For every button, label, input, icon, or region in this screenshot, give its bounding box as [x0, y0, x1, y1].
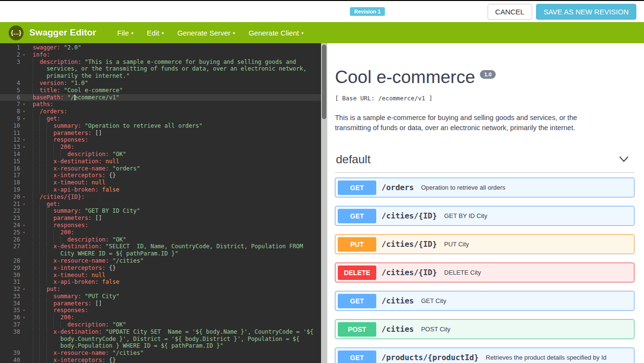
indent-guide	[39, 122, 40, 130]
editor-line[interactable]: 21▾get:	[0, 201, 327, 208]
editor-line[interactable]: 32▾put:	[0, 286, 327, 293]
fold-arrow-icon[interactable]: ▾	[20, 136, 28, 144]
indent-guide	[33, 350, 33, 357]
line-number: 1	[0, 44, 20, 51]
fold-arrow-icon[interactable]: ▾	[20, 194, 28, 201]
editor-line[interactable]: 12▾responses:	[0, 136, 327, 144]
line-number: 31	[0, 278, 20, 286]
fold-slot	[20, 350, 28, 357]
fold-arrow-icon[interactable]: ▾	[20, 101, 28, 108]
editor-line[interactable]: 2▾info:	[0, 51, 327, 59]
editor-line[interactable]: 40x-interceptors: {}	[0, 357, 327, 363]
fold-arrow-icon[interactable]: ▾	[20, 201, 28, 208]
editor-line[interactable]: 6basePath: "/ecommerce/v1"	[0, 94, 327, 101]
editor-line[interactable]: 7▾paths:	[0, 101, 327, 108]
editor-scrollbar[interactable]	[321, 43, 327, 363]
editor-line[interactable]: 28x-resource-name: "/cities"	[0, 257, 327, 265]
editor-line[interactable]: 15x-destination: null	[0, 158, 327, 165]
fold-arrow-icon[interactable]: ▾	[20, 51, 28, 59]
editor-line[interactable]: 1swagger: "2.0"	[0, 44, 327, 51]
indent-guide	[33, 236, 33, 243]
editor-line[interactable]: 20▾/cities/{ID}:	[0, 194, 327, 201]
editor-line[interactable]: 13▾200:	[0, 144, 327, 151]
editor-line[interactable]: 36▾200:	[0, 314, 327, 321]
editor-line[interactable]: 37description: "OK"	[0, 321, 327, 328]
editor-line[interactable]: 16x-resource-name: "orders"	[0, 165, 327, 172]
cancel-button[interactable]: CANCEL	[488, 4, 532, 20]
code-text: /cities/{ID}:	[33, 194, 327, 201]
endpoint-post-cities[interactable]: POST/citiesPOST City	[335, 319, 634, 339]
editor-line[interactable]: 26description: "OK"	[0, 236, 327, 243]
editor-line[interactable]: 35▾responses:	[0, 307, 327, 314]
editor-line[interactable]: 39x-resource-name: "/cities"	[0, 350, 327, 357]
fold-arrow-icon[interactable]: ▾	[20, 286, 28, 293]
endpoint-put-cities-ID[interactable]: PUT/cities/{ID}PUT City	[335, 234, 634, 254]
editor-line[interactable]: 10summary: "Operation to retrieve all or…	[0, 122, 327, 130]
editor-line[interactable]: 31x-api-broken: false	[0, 278, 327, 286]
editor-line[interactable]: 23parameters: []	[0, 215, 327, 222]
editor-line[interactable]: 3description: "This is a sample e-commer…	[0, 59, 327, 80]
indent-guide	[53, 314, 54, 321]
fold-arrow-icon[interactable]: ▾	[20, 222, 28, 229]
editor-line[interactable]: 14description: "OK"	[0, 151, 327, 158]
chevron-down-icon[interactable]	[619, 156, 629, 163]
menu-edit[interactable]: Edit▾	[146, 27, 165, 39]
scrollbar-thumb[interactable]	[322, 45, 326, 119]
menu-file[interactable]: File▾	[116, 27, 134, 39]
line-gutter: 21▾	[0, 201, 33, 208]
line-gutter: 27	[0, 243, 33, 257]
editor-line[interactable]: 11parameters: []	[0, 130, 327, 137]
editor-line[interactable]: 22summary: "GET BY ID City"	[0, 207, 327, 215]
caret-down-icon: ▾	[301, 30, 304, 36]
caret-down-icon: ▾	[131, 30, 134, 36]
fold-arrow-icon[interactable]: ▾	[20, 229, 28, 236]
line-gutter: 7▾	[0, 101, 33, 108]
menu-generate-server[interactable]: Generate Server▾	[176, 27, 236, 39]
editor-line[interactable]: 8▾/orders:	[0, 108, 327, 115]
code-text: put:	[33, 286, 327, 293]
line-number: 18	[0, 179, 20, 186]
menu-generate-client[interactable]: Generate Client▾	[248, 27, 305, 39]
editor-line[interactable]: 33summary: "PUT City"	[0, 293, 327, 300]
fold-arrow-icon[interactable]: ▾	[20, 115, 28, 122]
editor-line[interactable]: 9▾get:	[0, 115, 327, 122]
code-editor[interactable]: 1swagger: "2.0"2▾info:3description: "Thi…	[0, 43, 327, 363]
editor-line[interactable]: 27x-destination: "SELECT ID, Name, Count…	[0, 243, 327, 257]
line-number: 11	[0, 130, 20, 137]
fold-arrow-icon[interactable]: ▾	[20, 307, 28, 314]
editor-line[interactable]: 30x-timeout: null	[0, 272, 327, 279]
endpoint-get-cities-ID[interactable]: GET/cities/{ID}GET BY ID City	[335, 206, 634, 226]
line-gutter: 13▾	[0, 144, 33, 151]
indent-guide	[33, 286, 33, 293]
save-as-new-revision-button[interactable]: SAVE AS NEW REVISION	[536, 4, 636, 20]
indent-guide	[47, 179, 47, 186]
line-gutter: 17	[0, 172, 33, 179]
editor-line[interactable]: 19x-api-broken: false	[0, 186, 327, 194]
editor-line[interactable]: 34parameters: []	[0, 300, 327, 307]
fold-slot	[20, 186, 28, 194]
fold-arrow-icon[interactable]: ▾	[20, 144, 28, 151]
line-gutter: 20▾	[0, 194, 33, 201]
tag-header-default[interactable]: default	[335, 153, 634, 173]
editor-line[interactable]: 18x-timeout: null	[0, 179, 327, 186]
indent-guide	[47, 130, 47, 137]
endpoint-get-orders[interactable]: GET/ordersOperation to retrieve all orde…	[335, 178, 634, 197]
indent-guide	[47, 265, 47, 272]
endpoint-get-products-productId[interactable]: GET/products/{productId}Retrieves the pr…	[335, 348, 634, 363]
fold-arrow-icon[interactable]: ▾	[20, 314, 28, 321]
editor-line[interactable]: 17x-interceptors: {}	[0, 172, 327, 179]
editor-line[interactable]: 5title: "Cool e-commerce"	[0, 87, 327, 94]
editor-lines[interactable]: 1swagger: "2.0"2▾info:3description: "Thi…	[0, 44, 327, 363]
endpoint-get-cities[interactable]: GET/citiesGET City	[335, 291, 634, 311]
editor-line[interactable]: 24▾responses:	[0, 222, 327, 229]
code-text: info:	[33, 51, 327, 59]
editor-line[interactable]: 4version: "1.0"	[0, 80, 327, 87]
indent-guide	[33, 80, 33, 87]
indent-guide	[39, 222, 40, 229]
endpoint-delete-cities-ID[interactable]: DELETE/cities/{ID}DELETE City	[335, 263, 634, 282]
editor-line[interactable]: 38x-destination: "UPDATE City SET Name =…	[0, 328, 327, 350]
editor-line[interactable]: 29x-interceptors: {}	[0, 265, 327, 272]
editor-line[interactable]: 25▾200:	[0, 229, 327, 236]
code-text: x-resource-name: "/cities"	[33, 257, 327, 265]
fold-arrow-icon[interactable]: ▾	[20, 108, 28, 115]
